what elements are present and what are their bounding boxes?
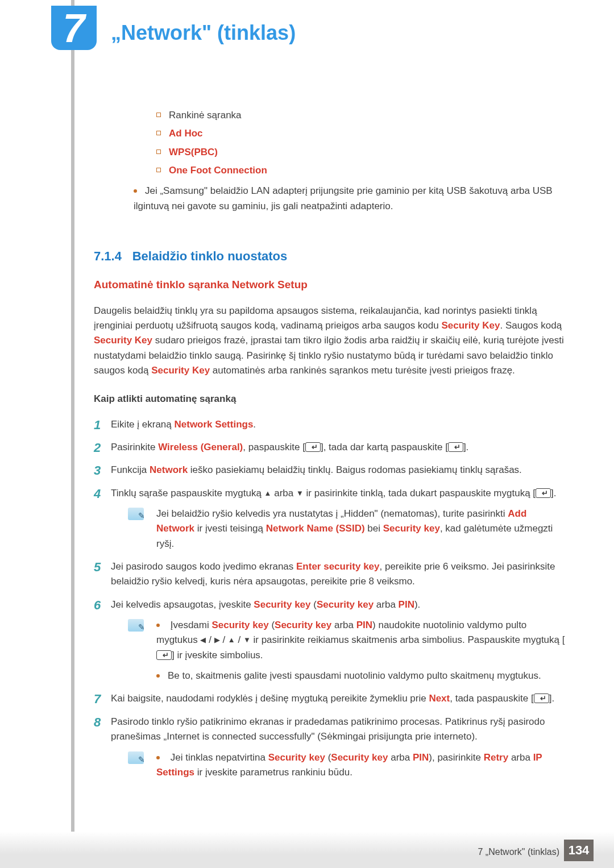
- section-heading: 7.1.4 Belaidžio tinklo nuostatos: [94, 247, 566, 266]
- list-item: Jei „Samsung" belaidžio LAN adapterį pri…: [134, 184, 566, 214]
- section-title: Belaidžio tinklo nuostatos: [132, 249, 288, 263]
- down-arrow-icon: [243, 634, 251, 645]
- list-item: WPS(PBC): [156, 145, 566, 160]
- footer-breadcrumb: 7 „Network" (tinklas): [478, 845, 559, 859]
- page-number-badge: 134: [564, 840, 594, 861]
- step-number: 8: [94, 713, 101, 732]
- paragraph: Daugelis belaidžių tinklų yra su papildo…: [94, 304, 566, 379]
- step-3: 3 Funkcija Network ieško pasiekiamų bela…: [94, 463, 566, 477]
- step-number: 5: [94, 558, 101, 577]
- page: 7 „Network" (tinklas) Rankinė sąranka Ad…: [0, 0, 614, 868]
- note-block: Jei belaidžio ryšio kelvedis yra nustaty…: [111, 506, 566, 551]
- list-item: Įvesdami Security key (Security key arba…: [156, 618, 566, 663]
- note-icon: [128, 751, 144, 764]
- step-number: 6: [94, 596, 101, 615]
- note-sublist: Įvesdami Security key (Security key arba…: [156, 618, 566, 683]
- enter-icon: ↵: [448, 442, 463, 452]
- enter-icon: ↵: [534, 693, 549, 703]
- step-number: 2: [94, 438, 101, 458]
- down-arrow-icon: [296, 488, 304, 499]
- note-block: Jei tinklas nepatvirtina Security key (S…: [111, 750, 566, 780]
- step-2: 2 Pasirinkite Wireless (General), paspau…: [94, 440, 566, 455]
- note-list: Jei „Samsung" belaidžio LAN adapterį pri…: [94, 184, 566, 214]
- list-item: Rankinė sąranka: [156, 108, 566, 123]
- sub-heading: Automatinė tinklo sąranka Network Setup: [94, 276, 566, 293]
- step-7: 7 Kai baigsite, naudodami rodyklės į deš…: [94, 691, 566, 706]
- list-item: Be to, skaitmenis galite įvesti spausdam…: [156, 668, 566, 683]
- chapter-badge: 7: [51, 6, 97, 50]
- procedure-heading: Kaip atlikti automatinę sąranką: [94, 392, 566, 406]
- footer-bar: 7 „Network" (tinklas) 134: [0, 854, 614, 868]
- left-gutter: [71, 0, 74, 836]
- step-5: 5 Jei pasirodo saugos kodo įvedimo ekran…: [94, 559, 566, 589]
- step-number: 7: [94, 690, 101, 709]
- section-number: 7.1.4: [94, 249, 122, 263]
- footer: 7 „Network" (tinklas) 134: [0, 832, 614, 868]
- step-8: 8 Pasirodo tinklo ryšio patikrinimo ekra…: [94, 715, 566, 780]
- note-sublist: Jei tinklas nepatvirtina Security key (S…: [156, 750, 566, 780]
- enter-icon: ↵: [305, 442, 321, 452]
- step-1: 1 Eikite į ekraną Network Settings.: [94, 417, 566, 432]
- step-6: 6 Jei kelvedis apsaugotas, įveskite Secu…: [94, 597, 566, 684]
- note-icon: [128, 508, 144, 520]
- chapter-title: „Network" (tinklas): [111, 17, 296, 49]
- step-number: 3: [94, 461, 101, 480]
- left-arrow-icon: [200, 634, 206, 645]
- step-4: 4 Tinklų sąraše paspauskite mygtuką arba…: [94, 486, 566, 551]
- setup-options-list: Rankinė sąranka Ad Hoc WPS(PBC) One Foot…: [94, 108, 566, 178]
- list-item: Jei tinklas nepatvirtina Security key (S…: [156, 750, 566, 780]
- steps-list: 1 Eikite į ekraną Network Settings. 2 Pa…: [94, 417, 566, 780]
- chapter-number: 7: [51, 6, 97, 51]
- note-icon: [128, 619, 144, 632]
- enter-icon: ↵: [156, 650, 172, 660]
- up-arrow-icon: [228, 634, 235, 645]
- content-area: Rankinė sąranka Ad Hoc WPS(PBC) One Foot…: [94, 108, 566, 788]
- step-number: 1: [94, 416, 101, 435]
- enter-icon: ↵: [536, 488, 551, 498]
- list-item: One Foot Connection: [156, 163, 566, 178]
- note-block: Įvesdami Security key (Security key arba…: [111, 618, 566, 683]
- step-number: 4: [94, 484, 101, 504]
- up-arrow-icon: [264, 488, 272, 499]
- right-arrow-icon: [214, 634, 220, 645]
- list-item: Ad Hoc: [156, 126, 566, 141]
